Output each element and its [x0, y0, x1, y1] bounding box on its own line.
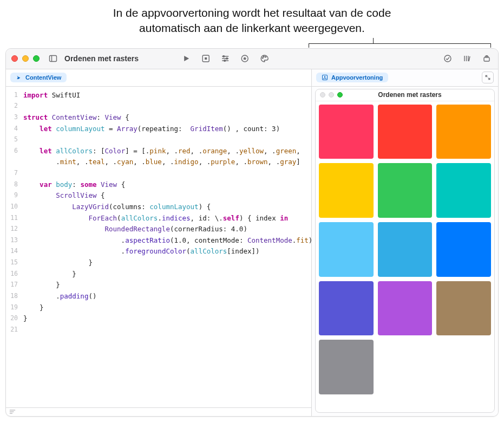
svg-rect-0 — [50, 56, 57, 62]
color-swatch[interactable] — [436, 281, 491, 336]
sliders-icon[interactable] — [219, 53, 231, 64]
code-line[interactable]: 16 } — [6, 269, 311, 280]
editor-tab-contentview[interactable]: ContentView — [10, 73, 67, 82]
code-line[interactable]: 7 — [6, 168, 311, 179]
color-swatch[interactable] — [436, 105, 491, 159]
preview-content[interactable] — [316, 101, 494, 412]
line-number: 11 — [6, 213, 23, 224]
line-number: 10 — [6, 202, 23, 213]
code-content — [23, 134, 28, 146]
code-content: } — [23, 269, 76, 280]
color-swatch[interactable] — [378, 163, 433, 218]
line-number: 3 — [6, 112, 23, 124]
library-icon[interactable] — [461, 53, 473, 64]
code-content: } — [23, 280, 60, 291]
palette-icon[interactable] — [258, 53, 270, 64]
editor-tab-label: ContentView — [25, 74, 61, 81]
code-line[interactable]: 9 ScrollView { — [6, 190, 311, 202]
stack-icon[interactable] — [481, 53, 493, 64]
code-line[interactable]: 5 — [6, 134, 311, 146]
code-line[interactable]: 13 .aspectRatio(1.0, contentMode: Conten… — [6, 235, 311, 247]
color-swatch[interactable] — [319, 340, 374, 394]
code-content: let allColors: [Color] = [.pink, .red, .… — [23, 146, 300, 157]
line-number: 9 — [6, 190, 23, 202]
window-title: Ordenen met rasters — [64, 54, 139, 63]
code-content: RoundedRectangle(cornerRadius: 4.0) — [23, 224, 247, 235]
app-window: Ordenen met rasters — [5, 48, 499, 417]
code-content: ForEach(allColors.indices, id: \.self) {… — [23, 213, 288, 224]
code-line[interactable]: 21 — [6, 325, 311, 336]
line-number: 4 — [6, 124, 23, 135]
close-window-button[interactable] — [11, 55, 18, 62]
code-line[interactable]: 8 var body: some View { — [6, 179, 311, 191]
preview-titlebar: Ordenen met rasters — [316, 89, 494, 101]
preview-pane: Appvoorvertoning Ordenen met rasters — [312, 69, 498, 416]
code-line[interactable]: 2 — [6, 101, 311, 112]
svg-point-8 — [222, 56, 224, 57]
svg-point-25 — [324, 76, 325, 77]
code-content — [23, 325, 28, 336]
preview-close-dot[interactable] — [320, 92, 325, 98]
checkmark-circle-icon[interactable] — [442, 53, 454, 64]
code-line[interactable]: 12 RoundedRectangle(cornerRadius: 4.0) — [6, 224, 311, 235]
code-line[interactable]: 15 } — [6, 257, 311, 269]
code-line[interactable]: 10 LazyVGrid(columns: columnLayout) { — [6, 202, 311, 213]
star-badge-icon[interactable] — [239, 53, 251, 64]
line-number: 18 — [6, 291, 23, 302]
app-preview-window: Ordenen met rasters — [315, 89, 495, 413]
code-content: .mint, .teal, .cyan, .blue, .indigo, .pu… — [23, 157, 300, 168]
expand-preview-icon[interactable] — [482, 72, 494, 83]
line-number: 15 — [6, 257, 23, 269]
svg-point-13 — [263, 56, 264, 57]
line-number: 20 — [6, 313, 23, 325]
color-swatch[interactable] — [319, 105, 374, 159]
color-swatch[interactable] — [378, 105, 433, 159]
svg-rect-20 — [484, 57, 489, 61]
svg-line-19 — [469, 56, 470, 61]
annotation-text: In de appvoorvertoning wordt het resulta… — [90, 5, 415, 36]
svg-point-15 — [444, 55, 451, 62]
color-swatch[interactable] — [436, 222, 491, 277]
code-line[interactable]: 20} — [6, 313, 311, 325]
color-swatch[interactable] — [319, 222, 374, 277]
color-swatch[interactable] — [319, 281, 374, 336]
minimize-window-button[interactable] — [22, 55, 29, 62]
preview-tab[interactable]: Appvoorvertoning — [316, 73, 388, 82]
line-number: 17 — [6, 280, 23, 291]
sidebar-toggle-icon[interactable] — [47, 53, 59, 64]
code-line[interactable]: 11 ForEach(allColors.indices, id: \.self… — [6, 213, 311, 224]
color-swatch[interactable] — [378, 281, 433, 336]
editor-tabbar: ContentView — [6, 69, 311, 87]
code-line[interactable]: 17 } — [6, 280, 311, 291]
code-editor[interactable]: 1import SwiftUI2 3struct ContentView: Vi… — [6, 87, 311, 407]
code-line[interactable]: 1import SwiftUI — [6, 90, 311, 101]
color-swatch[interactable] — [378, 222, 433, 277]
code-content: } — [23, 257, 93, 269]
code-line[interactable]: 19 } — [6, 302, 311, 314]
code-line[interactable]: 6 let allColors: [Color] = [.pink, .red,… — [6, 146, 311, 157]
code-content: .foregroundColor(allColors[index]) — [23, 246, 260, 257]
line-number: 14 — [6, 246, 23, 257]
color-swatch[interactable] — [319, 163, 374, 218]
code-line[interactable]: 3struct ContentView: View { — [6, 112, 311, 124]
zoom-window-button[interactable] — [33, 55, 40, 62]
preview-window-title: Ordenen met rasters — [330, 91, 490, 99]
code-line[interactable]: 18 .padding() — [6, 291, 311, 302]
svg-rect-24 — [323, 75, 328, 80]
code-content: import SwiftUI — [23, 90, 80, 101]
window-controls — [11, 55, 40, 62]
line-number: 1 — [6, 90, 23, 101]
color-grid — [319, 105, 491, 394]
code-line[interactable]: .mint, .teal, .cyan, .blue, .indigo, .pu… — [6, 157, 311, 168]
run-icon[interactable] — [180, 53, 192, 64]
breadcrumb-icon — [9, 407, 16, 417]
line-number: 19 — [6, 302, 23, 314]
code-line[interactable]: 4 let columnLayout = Array(repeating: Gr… — [6, 124, 311, 135]
stop-icon[interactable] — [200, 53, 212, 64]
svg-point-10 — [224, 60, 225, 62]
line-number: 8 — [6, 179, 23, 191]
code-content — [23, 101, 28, 112]
code-line[interactable]: 14 .foregroundColor(allColors[index]) — [6, 246, 311, 257]
color-swatch[interactable] — [436, 163, 491, 218]
line-number: 16 — [6, 269, 23, 280]
